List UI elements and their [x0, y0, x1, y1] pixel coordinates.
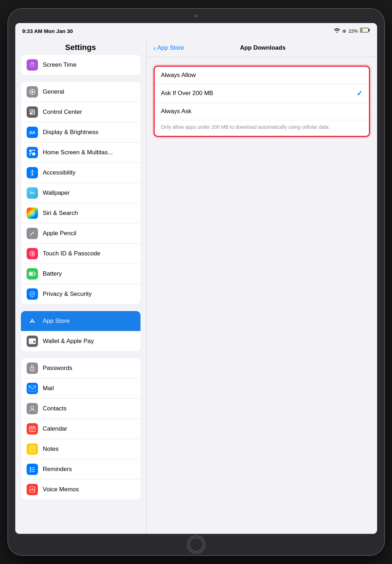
- calendar-label: Calendar: [43, 425, 135, 432]
- svg-point-38: [32, 369, 33, 370]
- touch-id-icon: [27, 248, 38, 259]
- download-options-group: Always Allow Ask If Over 200 MB ✓ Always…: [154, 66, 370, 137]
- privacy-icon: [27, 288, 38, 300]
- sidebar-item-passwords[interactable]: Passwords: [21, 358, 140, 378]
- battery-icon: ⚡: [360, 28, 370, 34]
- sidebar-item-wallpaper[interactable]: Wallpaper: [21, 183, 140, 203]
- settings-group-2: App Store Wallet & Apple Pay: [21, 311, 140, 351]
- svg-point-40: [31, 406, 34, 409]
- option-always-ask[interactable]: Always Ask: [155, 103, 369, 120]
- back-chevron-icon: ‹: [154, 44, 156, 51]
- always-ask-label: Always Ask: [161, 108, 192, 115]
- sidebar-item-privacy[interactable]: Privacy & Security: [21, 284, 140, 304]
- wallpaper-icon: [27, 187, 38, 199]
- sidebar-item-siri[interactable]: Siri & Search: [21, 203, 140, 223]
- battery-label: Battery: [43, 270, 135, 277]
- sidebar-item-control-center[interactable]: Control Center: [21, 102, 140, 122]
- home-button[interactable]: [187, 535, 205, 554]
- passwords-icon: [27, 363, 38, 374]
- wallet-icon: [27, 336, 38, 347]
- display-icon: AA: [27, 127, 38, 138]
- apple-pencil-label: Apple Pencil: [43, 230, 135, 237]
- detail-body: Always Allow Ask If Over 200 MB ✓ Always…: [147, 57, 377, 534]
- touch-id-label: Touch ID & Passcode: [43, 250, 135, 257]
- control-center-label: Control Center: [43, 109, 135, 116]
- wifi-icon: [334, 28, 340, 34]
- home-screen-icon: [27, 147, 38, 158]
- home-screen-label: Home Screen & Multitas...: [43, 149, 135, 156]
- status-time: 9:33 AM Mon Jan 30: [22, 28, 73, 34]
- svg-rect-13: [30, 112, 32, 115]
- passwords-label: Passwords: [43, 365, 135, 372]
- svg-rect-20: [29, 154, 31, 155]
- back-button[interactable]: ‹ App Store: [154, 44, 184, 51]
- svg-point-0: [337, 32, 338, 33]
- settings-group-3: Passwords Mail Contacts: [21, 358, 140, 499]
- sidebar-item-screen-time[interactable]: ⏱ Screen Time: [21, 55, 140, 75]
- svg-rect-56: [30, 487, 35, 492]
- sidebar-header: Settings: [15, 39, 146, 55]
- apple-pencil-icon: [27, 228, 38, 239]
- siri-icon: [27, 208, 38, 219]
- settings-group-1: General Control Center AA Display & Brig…: [21, 82, 140, 304]
- svg-rect-16: [32, 150, 33, 151]
- svg-text:30: 30: [31, 429, 33, 431]
- app-store-label: App Store: [43, 317, 135, 325]
- main-content: Settings ⏱ Screen Time General: [15, 39, 377, 534]
- sidebar-item-calendar[interactable]: 30 Calendar: [21, 419, 140, 439]
- option-ask-if-over[interactable]: Ask If Over 200 MB ✓: [155, 84, 369, 103]
- svg-rect-18: [29, 153, 31, 154]
- control-center-icon: [27, 106, 38, 118]
- sidebar-item-general[interactable]: General: [21, 82, 140, 102]
- sidebar-item-voice-memos[interactable]: Voice Memos: [21, 480, 140, 499]
- svg-rect-12: [33, 110, 35, 112]
- option-description: Only allow apps under 200 MB to download…: [155, 120, 369, 136]
- svg-rect-2: [369, 29, 370, 31]
- detail-panel: ‹ App Store App Downloads Always Allow A…: [147, 39, 377, 534]
- sidebar-item-contacts[interactable]: Contacts: [21, 399, 140, 419]
- detail-header: ‹ App Store App Downloads: [147, 39, 377, 57]
- svg-rect-17: [34, 150, 35, 151]
- sidebar-item-battery[interactable]: Battery: [21, 264, 140, 284]
- always-allow-label: Always Allow: [161, 72, 196, 79]
- bottom-bar: [8, 534, 384, 555]
- svg-point-6: [31, 91, 33, 93]
- accessibility-label: Accessibility: [43, 169, 135, 176]
- svg-rect-11: [30, 110, 32, 112]
- voice-memos-icon: [27, 484, 38, 495]
- svg-rect-14: [33, 112, 35, 115]
- app-store-icon: [27, 315, 38, 327]
- display-label: Display & Brightness: [43, 129, 135, 136]
- contacts-icon: [27, 403, 38, 414]
- sidebar-item-notes[interactable]: Notes: [21, 439, 140, 459]
- battery-text: 22%: [348, 28, 358, 34]
- sidebar-item-touch-id[interactable]: Touch ID & Passcode: [21, 244, 140, 264]
- siri-label: Siri & Search: [43, 210, 135, 217]
- option-always-allow[interactable]: Always Allow: [155, 67, 369, 84]
- sidebar-item-mail[interactable]: Mail: [21, 378, 140, 399]
- sidebar-item-apple-pencil[interactable]: Apple Pencil: [21, 223, 140, 244]
- sidebar-item-wallet[interactable]: Wallet & Apple Pay: [21, 331, 140, 351]
- location-icon: ⊕: [342, 28, 346, 34]
- accessibility-icon: [27, 167, 38, 178]
- sidebar-item-app-store[interactable]: App Store: [21, 311, 140, 331]
- notes-icon: [27, 443, 38, 455]
- svg-line-25: [31, 232, 34, 235]
- battery-settings-icon: [27, 268, 38, 280]
- svg-point-51: [30, 469, 31, 470]
- svg-rect-35: [29, 338, 36, 340]
- svg-rect-19: [31, 153, 32, 154]
- front-camera: [194, 14, 198, 18]
- svg-rect-15: [29, 150, 32, 152]
- svg-point-22: [32, 170, 33, 171]
- sidebar-item-reminders[interactable]: Reminders: [21, 459, 140, 480]
- sidebar-title: Settings: [22, 43, 139, 52]
- wallet-label: Wallet & Apple Pay: [43, 338, 135, 345]
- sidebar-item-home-screen[interactable]: Home Screen & Multitas...: [21, 143, 140, 163]
- status-bar: 9:33 AM Mon Jan 30 ⊕ 22% ⚡: [15, 23, 377, 39]
- sidebar-item-accessibility[interactable]: Accessibility: [21, 163, 140, 183]
- svg-rect-31: [35, 273, 35, 275]
- sidebar-item-display[interactable]: AA Display & Brightness: [21, 122, 140, 143]
- svg-point-52: [30, 471, 31, 472]
- back-label: App Store: [157, 44, 184, 51]
